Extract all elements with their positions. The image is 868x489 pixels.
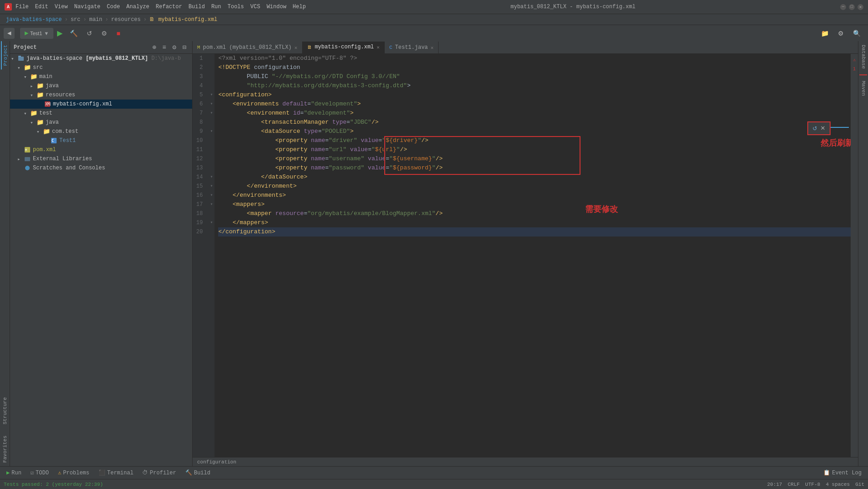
menu-view[interactable]: View — [55, 4, 68, 10]
run-button[interactable]: ▶ — [55, 28, 64, 39]
app-icon: A — [5, 3, 12, 11]
sidebar-collapse-icon[interactable]: ⊟ — [180, 43, 188, 52]
tree-item-mybatis-config[interactable]: XML mybatis-config.xml — [10, 100, 192, 109]
test-status: Tests passed: 2 (yesterday 22:39) — [4, 482, 103, 487]
menu-tools[interactable]: Tools — [228, 4, 244, 10]
tree-item-pom[interactable]: M pom.xml — [10, 145, 192, 154]
left-tab-favorites[interactable]: Favorites — [1, 428, 9, 466]
right-tab-maven[interactable]: Maven — [860, 77, 867, 100]
event-log-button[interactable]: 📋 Event Log — [820, 468, 865, 478]
build-button[interactable]: 🔨 — [66, 28, 81, 39]
profiler-button[interactable]: ⏱ Profiler — [139, 468, 180, 478]
breadcrumb-item-src[interactable]: src — [71, 16, 81, 23]
breadcrumb: java-baties-space › src › main › resourc… — [0, 14, 868, 25]
maximize-button[interactable]: □ — [849, 4, 855, 10]
chevron-down-icon[interactable]: ▾ — [30, 120, 37, 126]
chevron-down-icon[interactable]: ▾ — [30, 92, 37, 98]
reload-button[interactable]: ↺ — [83, 28, 96, 39]
menu-refactor[interactable]: Refactor — [156, 4, 182, 10]
problems-button[interactable]: ⚠ Problems — [54, 468, 93, 478]
tree-item-test-java[interactable]: ▾ 📁 java — [10, 118, 192, 127]
tab-test1-close[interactable]: ✕ — [431, 45, 434, 51]
tree-label: java — [46, 83, 59, 89]
breadcrumb-item-main[interactable]: main — [89, 16, 102, 23]
run-bottom-button[interactable]: ▶ Run — [3, 468, 25, 478]
menu-code[interactable]: Code — [107, 4, 120, 10]
tab-pom-close[interactable]: ✕ — [294, 45, 298, 51]
menu-bar[interactable]: File Edit View Navigate Code Analyze Ref… — [16, 4, 306, 10]
tree-item-java[interactable]: ▸ 📁 java — [10, 81, 192, 90]
scroll-bar[interactable]: ⚠ 1 — [851, 54, 858, 457]
chevron-down-icon[interactable]: ▾ — [37, 129, 43, 135]
tree-item-resources[interactable]: ▾ 📁 resources — [10, 90, 192, 100]
chevron-down-icon[interactable]: ▾ — [17, 65, 24, 71]
menu-vcs[interactable]: VCS — [251, 4, 261, 10]
run-config-dropdown[interactable]: ▶ Test1 ▼ — [20, 28, 53, 39]
tree-item-com-test[interactable]: ▾ 📁 com.test — [10, 127, 192, 136]
chevron-right-icon[interactable]: ▸ — [17, 156, 24, 162]
terminal-button[interactable]: ⬛ Terminal — [95, 468, 137, 478]
svg-rect-0 — [18, 57, 24, 61]
search-everywhere-button[interactable]: 🔍 — [849, 28, 864, 39]
sidebar-new-icon[interactable]: ⊕ — [150, 43, 158, 52]
terminal-label: Terminal — [107, 470, 134, 476]
settings-button[interactable]: ⚙ — [98, 28, 111, 39]
menu-build[interactable]: Build — [188, 4, 205, 10]
left-tab-structure[interactable]: Structure — [1, 379, 9, 428]
menu-window[interactable]: Window — [267, 4, 286, 10]
back-button[interactable]: ◀ — [4, 28, 15, 39]
time-display: 20:17 — [767, 482, 782, 487]
tab-mybatis-config[interactable]: 🗎 mybatis-config.xml ✕ — [303, 42, 385, 53]
code-line-17: <mappers> — [218, 200, 854, 209]
popup-close-icon[interactable]: ✕ — [821, 124, 825, 133]
project-structure-button[interactable]: 📁 — [817, 28, 832, 39]
lib-icon — [24, 155, 31, 163]
settings2-button[interactable]: ⚙ — [834, 28, 847, 39]
chevron-down-icon[interactable]: ▾ — [11, 56, 17, 62]
tree-item-project-root[interactable]: ▾ java-baties-space [mybatis_0812_KTLX] … — [10, 54, 192, 63]
close-button[interactable]: ✕ — [858, 4, 863, 10]
chevron-down-icon[interactable]: ▾ — [24, 74, 30, 80]
menu-file[interactable]: File — [16, 4, 29, 10]
sidebar-settings-icon[interactable]: ≡ — [160, 43, 168, 52]
tree-item-main[interactable]: ▾ 📁 main — [10, 72, 192, 81]
window-controls[interactable]: — □ ✕ — [840, 4, 863, 10]
menu-help[interactable]: Help — [293, 4, 306, 10]
tree-item-test1[interactable]: C Test1 — [10, 136, 192, 145]
tree-item-scratches[interactable]: Scratches and Consoles — [10, 163, 192, 173]
tab-pom-xml[interactable]: M pom.xml (mybatis_0812_KTLX) ✕ — [193, 42, 303, 53]
chevron-down-icon[interactable]: ▾ — [24, 110, 30, 116]
menu-edit[interactable]: Edit — [35, 4, 48, 10]
sidebar-gear-icon[interactable]: ⚙ — [170, 43, 178, 52]
code-editor[interactable]: 12345 678910 1112131415 1617181920 ▾ ▾ ▾… — [193, 54, 858, 457]
breadcrumb-item-file[interactable]: 🗎 mybatis-config.xml — [149, 16, 217, 23]
menu-run[interactable]: Run — [211, 4, 221, 10]
tab-mybatis-close[interactable]: ✕ — [376, 44, 380, 50]
menu-analyze[interactable]: Analyze — [126, 4, 149, 10]
code-content[interactable]: <?xml version="1.0" encoding="UTF-8" ?> … — [214, 54, 858, 457]
breadcrumb-item-resources[interactable]: resources — [111, 16, 141, 23]
tab-test1[interactable]: C Test1.java ✕ — [385, 42, 439, 53]
sidebar-icons[interactable]: ⊕ ≡ ⚙ ⊟ — [150, 43, 188, 52]
popup-box[interactable]: ↺ ✕ — [807, 121, 831, 135]
tree-item-src[interactable]: ▾ 📁 src — [10, 63, 192, 72]
breadcrumb-item-project[interactable]: java-baties-space — [6, 16, 62, 23]
vcs-status[interactable]: Git — [855, 482, 864, 487]
chevron-right-icon[interactable]: ▸ — [30, 83, 37, 89]
svg-point-9 — [25, 166, 30, 170]
code-line-8: <transactionManager type="JDBC"/> — [218, 118, 854, 127]
indent[interactable]: 4 spaces — [826, 482, 850, 487]
stop-button[interactable]: ■ — [113, 28, 124, 39]
right-tab-database[interactable]: Database — [860, 41, 867, 73]
line-ending[interactable]: CRLF — [788, 482, 800, 487]
todo-button[interactable]: ☑ TODO — [27, 468, 52, 478]
left-tab-project[interactable]: Project — [1, 41, 9, 69]
tab-pom-label: pom.xml (mybatis_0812_KTLX) — [203, 44, 292, 51]
tree-item-ext-libs[interactable]: ▸ External Libraries — [10, 154, 192, 163]
menu-navigate[interactable]: Navigate — [74, 4, 100, 10]
minimize-button[interactable]: — — [840, 4, 846, 10]
build-bottom-button[interactable]: 🔨 Build — [182, 468, 214, 478]
tree-item-test[interactable]: ▾ 📁 test — [10, 109, 192, 118]
right-vert-tabs: Database Maven — [858, 41, 868, 466]
encoding[interactable]: UTF-8 — [805, 482, 820, 487]
